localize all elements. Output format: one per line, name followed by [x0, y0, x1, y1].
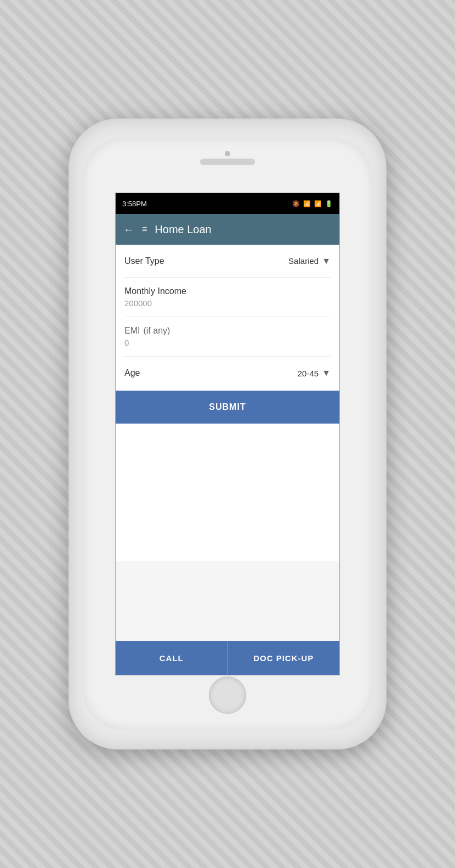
mute-icon: 🔕 — [292, 200, 300, 207]
age-arrow-icon: ▼ — [322, 368, 331, 378]
age-row: Age 20-45 ▼ — [124, 357, 331, 390]
bottom-bar: CALL DOC PICK-UP — [116, 641, 339, 675]
home-button[interactable] — [209, 677, 246, 714]
back-button[interactable]: ← — [123, 223, 134, 236]
phone-camera — [225, 151, 230, 156]
content-empty-area — [116, 424, 339, 561]
phone-screen: 3:58PM 🔕 📶 📶 🔋 ← ≡ Home Loan — [115, 193, 340, 675]
doc-pickup-button[interactable]: DOC PICK-UP — [228, 641, 340, 675]
monthly-income-label: Monthly Income — [124, 286, 186, 296]
age-label: Age — [124, 368, 140, 378]
status-icons: 🔕 📶 📶 🔋 — [292, 200, 333, 207]
status-time: 3:58PM — [122, 200, 147, 208]
user-type-row: User Type Salaried ▼ — [124, 245, 331, 278]
form-section: User Type Salaried ▼ Monthly Income 2000… — [116, 245, 339, 390]
emi-row: EMI (if any) 0 — [124, 317, 331, 357]
main-content: User Type Salaried ▼ Monthly Income 2000… — [116, 245, 339, 641]
phone-inner: 3:58PM 🔕 📶 📶 🔋 ← ≡ Home Loan — [82, 138, 373, 730]
monthly-income-group: Monthly Income 200000 — [124, 286, 331, 308]
menu-button[interactable]: ≡ — [142, 224, 147, 234]
user-type-dropdown[interactable]: Salaried ▼ — [288, 256, 331, 266]
app-header: ← ≡ Home Loan — [116, 214, 339, 245]
page-title: Home Loan — [155, 223, 332, 236]
emi-label: EMI — [124, 326, 140, 336]
phone-speaker — [200, 159, 255, 165]
emi-optional-label: (if any) — [143, 326, 170, 336]
emi-group: EMI (if any) 0 — [124, 326, 331, 347]
call-button[interactable]: CALL — [116, 641, 228, 675]
emi-value[interactable]: 0 — [124, 338, 129, 347]
signal-icon: 📶 — [314, 200, 322, 207]
submit-button[interactable]: SUBMIT — [116, 391, 339, 424]
battery-icon: 🔋 — [325, 200, 333, 207]
monthly-income-row: Monthly Income 200000 — [124, 278, 331, 317]
phone-outer: 3:58PM 🔕 📶 📶 🔋 ← ≡ Home Loan — [69, 119, 386, 749]
user-type-arrow-icon: ▼ — [322, 256, 331, 266]
status-bar: 3:58PM 🔕 📶 📶 🔋 — [116, 193, 339, 214]
age-dropdown[interactable]: 20-45 ▼ — [298, 368, 331, 378]
wifi-icon: 📶 — [303, 200, 311, 207]
age-value: 20-45 — [298, 369, 318, 378]
user-type-label: User Type — [124, 256, 164, 266]
monthly-income-value[interactable]: 200000 — [124, 298, 152, 308]
user-type-value: Salaried — [288, 256, 318, 266]
